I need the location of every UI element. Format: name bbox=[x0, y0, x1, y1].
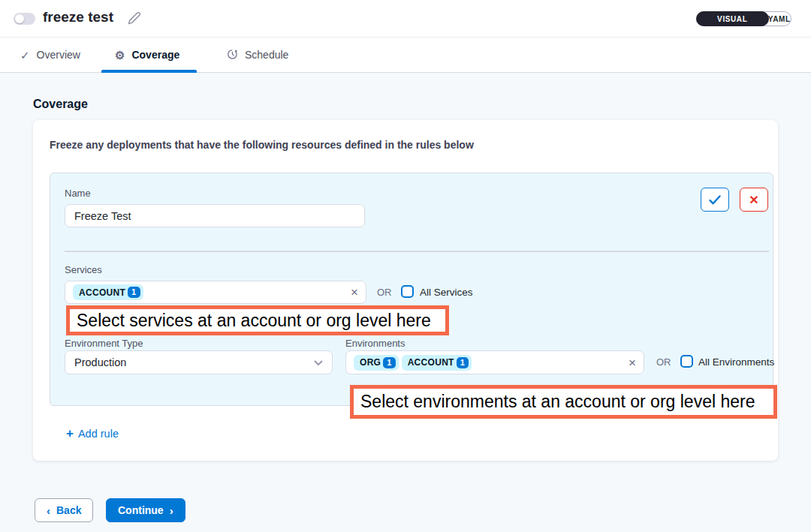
tab-coverage[interactable]: ⚙ Coverage bbox=[115, 38, 179, 72]
environment-type-value: Production bbox=[74, 356, 126, 368]
environments-or-text: OR bbox=[656, 356, 671, 368]
services-or-text: OR bbox=[377, 287, 392, 298]
chip-scope-label: ACCOUNT bbox=[408, 357, 454, 368]
name-label: Name bbox=[65, 188, 91, 199]
yaml-mode-button[interactable]: YAML bbox=[768, 12, 791, 26]
services-label: Services bbox=[65, 264, 102, 275]
continue-button[interactable]: Continue › bbox=[106, 498, 185, 522]
coverage-intro-text: Freeze any deployments that have the fol… bbox=[50, 139, 474, 151]
section-heading: Coverage bbox=[33, 98, 88, 111]
back-label: Back bbox=[56, 504, 81, 516]
environments-clear-icon[interactable]: × bbox=[629, 356, 636, 369]
tab-overview-label: Overview bbox=[37, 49, 80, 61]
freeze-studio-screen: freeze test VISUAL YAML ✓ Overview ⚙ Cov… bbox=[0, 0, 811, 532]
chevron-down-icon bbox=[314, 356, 323, 368]
tab-overview[interactable]: ✓ Overview bbox=[20, 38, 80, 72]
add-rule-button[interactable]: + Add rule bbox=[66, 427, 119, 440]
services-multiselect[interactable]: ACCOUNT 1 × bbox=[65, 281, 366, 304]
tab-schedule-label: Schedule bbox=[245, 49, 288, 61]
chip-count-badge: 1 bbox=[128, 287, 140, 298]
environments-label: Environments bbox=[345, 338, 405, 349]
confirm-check-icon bbox=[709, 195, 721, 205]
environment-type-select[interactable]: Production bbox=[65, 350, 333, 374]
add-rule-label: Add rule bbox=[78, 428, 119, 440]
name-input[interactable] bbox=[65, 204, 365, 227]
chip-scope-label: ORG bbox=[360, 357, 381, 368]
all-services-label: All Services bbox=[420, 287, 473, 298]
service-scope-chip[interactable]: ACCOUNT 1 bbox=[73, 284, 143, 300]
cancel-x-icon: ✕ bbox=[749, 193, 758, 207]
tab-coverage-label: Coverage bbox=[131, 49, 179, 61]
all-environments-checkbox[interactable] bbox=[680, 355, 693, 368]
page-title: freeze test bbox=[43, 9, 113, 26]
chevron-left-icon: ‹ bbox=[47, 504, 50, 517]
edit-title-icon[interactable] bbox=[128, 11, 141, 25]
services-annotation-callout: Select services at an account or org lev… bbox=[66, 305, 449, 335]
visual-mode-button[interactable]: VISUAL bbox=[696, 11, 769, 26]
chip-scope-label: ACCOUNT bbox=[79, 287, 125, 298]
rule-divider bbox=[65, 251, 769, 252]
check-icon: ✓ bbox=[20, 50, 30, 61]
tab-schedule[interactable]: Schedule bbox=[227, 38, 288, 72]
chevron-right-icon: › bbox=[170, 504, 173, 517]
services-clear-icon[interactable]: × bbox=[351, 286, 358, 299]
apply-rule-button[interactable] bbox=[701, 188, 729, 212]
tab-bar: ✓ Overview ⚙ Coverage Schedule bbox=[0, 38, 811, 73]
plus-icon: + bbox=[66, 427, 74, 440]
environments-annotation-callout: Select environments at an account or org… bbox=[350, 385, 777, 419]
freeze-enabled-toggle[interactable] bbox=[14, 13, 35, 25]
chip-count-badge: 1 bbox=[383, 357, 395, 368]
environment-scope-chip[interactable]: ORG 1 bbox=[354, 355, 399, 371]
environments-multiselect[interactable]: ORG 1 ACCOUNT 1 × bbox=[345, 350, 644, 374]
environment-type-label: Environment Type bbox=[65, 338, 143, 349]
visual-yaml-switch: VISUAL YAML bbox=[696, 11, 791, 26]
back-button[interactable]: ‹ Back bbox=[35, 498, 93, 522]
all-services-checkbox[interactable] bbox=[401, 285, 414, 298]
environment-scope-chip[interactable]: ACCOUNT 1 bbox=[402, 355, 472, 371]
continue-label: Continue bbox=[118, 504, 164, 516]
all-environments-label: All Environments bbox=[698, 356, 774, 368]
active-tab-underline bbox=[101, 70, 197, 73]
delete-rule-button[interactable]: ✕ bbox=[740, 188, 768, 212]
chip-count-badge: 1 bbox=[457, 357, 469, 368]
gear-icon: ⚙ bbox=[115, 50, 125, 61]
toggle-knob bbox=[15, 14, 24, 23]
header: freeze test VISUAL YAML bbox=[0, 0, 811, 38]
schedule-clock-icon bbox=[227, 49, 238, 62]
